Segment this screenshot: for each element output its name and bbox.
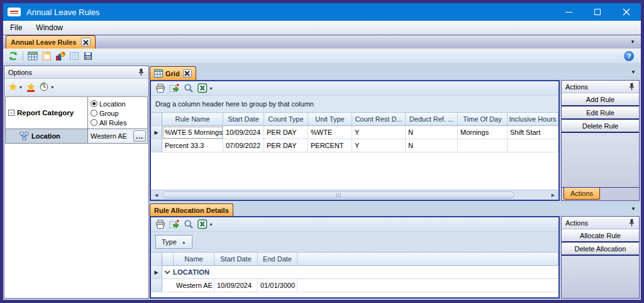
chart-icon[interactable] [54, 50, 67, 62]
excel-export-icon[interactable]: ▼ [197, 219, 213, 229]
cell-inclusive-hours[interactable] [508, 139, 558, 152]
cell-count-type[interactable]: PER DAY [264, 139, 308, 152]
group-chip-type[interactable]: Type ▲ [155, 235, 192, 249]
close-icon [83, 40, 89, 45]
recent-icon[interactable]: ▼ [39, 82, 55, 92]
help-icon[interactable]: ? [624, 51, 634, 61]
radio-location-label: Location [99, 100, 126, 108]
horizontal-scrollbar[interactable]: ◀ ▶ [151, 190, 558, 200]
column-count-rest[interactable]: Count Rest D... [352, 113, 406, 126]
search-icon[interactable] [184, 219, 194, 229]
window-title: Annual Leave Rules [26, 8, 99, 17]
column-deduct-ref[interactable]: Deduct Ref. ... [406, 113, 458, 126]
radio-location[interactable]: Location [91, 99, 146, 108]
cell-count-rest[interactable]: Y [352, 139, 406, 152]
search-icon[interactable] [184, 83, 194, 93]
options-toolbar: ★▼ ★ ▼ [4, 79, 148, 96]
allocate-rule-button[interactable]: Allocate Rule [562, 229, 639, 243]
cell-start-date[interactable]: 10/09/2024 [223, 126, 264, 139]
scroll-right-icon[interactable]: ▶ [548, 190, 558, 200]
radio-group[interactable]: Group [91, 108, 146, 118]
tab-close-button[interactable] [81, 38, 91, 47]
cell-rule-name[interactable]: %WTE 5 Mornings [162, 126, 223, 139]
close-button[interactable] [612, 3, 641, 21]
header-expand-cell [162, 253, 174, 266]
tab-annual-leave-rules[interactable]: Annual Leave Rules [6, 35, 96, 49]
tab-rule-allocation-details[interactable]: Rule Allocation Details [150, 203, 233, 216]
tab-grid[interactable]: Grid [150, 66, 196, 80]
cell-end-date[interactable]: 01/01/3000 [258, 279, 297, 292]
column-start-date[interactable]: Start Date [223, 113, 264, 126]
group-row-location[interactable]: ▶ LOCATION [151, 266, 558, 279]
column-unit-type[interactable]: Unit Type [308, 113, 352, 126]
column-end-date[interactable]: End Date [258, 253, 297, 266]
favorites-icon[interactable]: ★▼ [9, 83, 23, 91]
favorites-edit-icon[interactable]: ★ [26, 83, 35, 92]
radio-all-rules[interactable]: All Rules [91, 118, 146, 127]
location-value[interactable]: Western AE [88, 132, 133, 140]
collapse-icon[interactable]: − [8, 110, 14, 116]
cell-name[interactable]: Western AE [174, 279, 214, 292]
actions-panel-footer: Actions [562, 187, 639, 200]
cell-count-rest[interactable]: Y [352, 126, 406, 139]
cell-inclusive-hours[interactable]: Shift Start [508, 126, 558, 139]
cell-time-of-day[interactable] [458, 139, 508, 152]
pin-icon[interactable] [628, 83, 635, 91]
cell-count-type[interactable]: PER DAY [264, 126, 308, 139]
table-row[interactable]: ▶ %WTE 5 Mornings 10/09/2024 PER DAY %WT… [151, 126, 558, 139]
menu-file[interactable]: File [3, 21, 29, 35]
location-label-cell[interactable]: Location [6, 129, 88, 143]
add-rule-button[interactable]: Add Rule [562, 93, 639, 106]
allocation-actions-panel: Actions Allocate Rule Delete Allocation [561, 216, 640, 299]
cell-deduct-ref[interactable]: N [406, 139, 458, 152]
actions-footer-tab[interactable]: Actions [564, 188, 600, 200]
grid-tab-dropdown[interactable]: ▼ [631, 69, 636, 75]
column-start-date[interactable]: Start Date [214, 253, 258, 266]
cell-rule-name[interactable]: Percent 33.3 [162, 139, 223, 152]
edit-rule-button[interactable]: Edit Rule [562, 106, 639, 120]
column-name[interactable]: Name [174, 253, 214, 266]
cell-deduct-ref[interactable]: N [406, 126, 458, 139]
tab-list-dropdown[interactable]: ▼ [630, 39, 635, 45]
report-category-label-cell[interactable]: − Report Category [6, 97, 88, 129]
maximize-button[interactable] [583, 3, 612, 21]
delete-rule-button[interactable]: Delete Rule [562, 120, 639, 133]
collapse-group-icon[interactable] [164, 270, 170, 275]
print-icon[interactable] [155, 219, 165, 229]
cell-unit-type[interactable]: %WTE [308, 126, 352, 139]
column-time-of-day[interactable]: Time Of Day [458, 113, 508, 126]
pin-icon[interactable] [628, 219, 635, 227]
location-browse-button[interactable]: ... [133, 130, 146, 142]
layout-panel-icon[interactable] [40, 50, 53, 62]
group-by-band: Type ▲ [151, 232, 558, 253]
export-icon[interactable] [169, 219, 180, 229]
table-row[interactable]: Percent 33.3 07/09/2022 PER DAY PERCENT … [151, 139, 558, 152]
data-table-icon[interactable] [26, 50, 39, 62]
grid-icon[interactable] [68, 50, 80, 62]
column-count-type[interactable]: Count Type [264, 113, 308, 126]
tab-label: Annual Leave Rules [11, 38, 77, 46]
menu-window[interactable]: Window [29, 21, 70, 35]
excel-export-icon[interactable]: ▼ [197, 83, 213, 93]
print-icon[interactable] [155, 83, 165, 93]
table-row[interactable]: Western AE 10/09/2024 01/01/3000 [151, 279, 558, 292]
cell-start-date[interactable]: 07/09/2022 [223, 139, 264, 152]
column-rule-name[interactable]: Rule Name [162, 113, 223, 126]
column-inclusive-hours[interactable]: Inclusive Hours [508, 113, 558, 126]
cell-start-date[interactable]: 10/09/2024 [214, 279, 258, 292]
options-panel-body [4, 144, 148, 298]
minimize-button[interactable] [554, 3, 583, 21]
group-by-hint[interactable]: Drag a column header here to group by th… [151, 96, 558, 113]
delete-allocation-button[interactable]: Delete Allocation [562, 243, 639, 256]
scroll-left-icon[interactable]: ◀ [151, 190, 162, 200]
pin-icon[interactable] [138, 68, 145, 77]
save-report-icon[interactable] [82, 50, 94, 62]
refresh-icon[interactable] [7, 50, 19, 62]
cell-unit-type[interactable]: PERCENT [308, 139, 352, 152]
cell-time-of-day[interactable]: Mornings [458, 126, 508, 139]
scrollbar-thumb[interactable] [162, 192, 514, 198]
grid-tab-close-button[interactable] [183, 69, 192, 77]
export-icon[interactable] [169, 83, 180, 93]
allocation-tab-dropdown[interactable]: ▼ [631, 206, 636, 212]
close-icon [184, 71, 190, 76]
